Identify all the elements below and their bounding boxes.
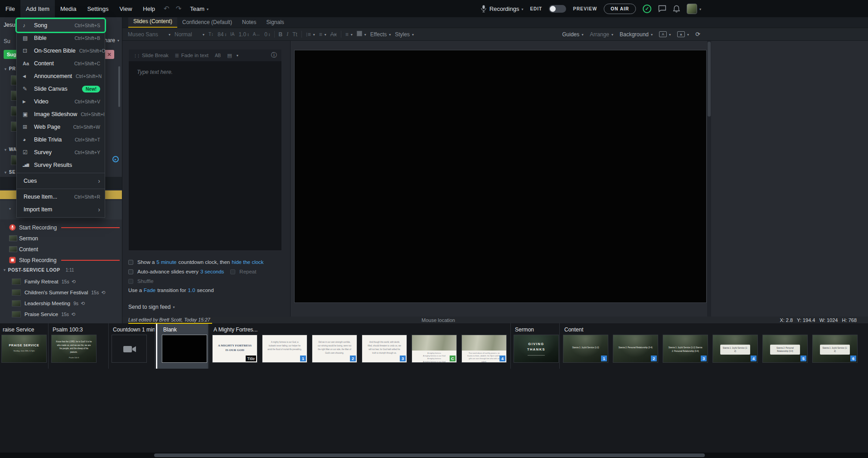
group-label[interactable]: Content [562, 323, 859, 334]
play-circle-icon[interactable] [112, 156, 119, 162]
slide-thumbnail[interactable]: Stanza 1: Joyful Service (1-2) Stanza 2:… [663, 335, 708, 363]
edit-preview-toggle[interactable] [549, 5, 566, 13]
insert-bible-button[interactable] [227, 53, 238, 58]
menu-item-content[interactable]: Aa Content Ctrl+Shift+C [17, 57, 105, 70]
menu-media[interactable]: Media [55, 0, 82, 17]
hide-clock-link[interactable]: hide the clock [232, 259, 263, 265]
arrange-button[interactable]: Arrange [590, 31, 613, 38]
group-label[interactable]: Psalm 100:3 [50, 323, 98, 334]
bold-button[interactable]: B [279, 31, 283, 38]
section-header[interactable]: PR [5, 66, 16, 71]
tab-signals[interactable]: Signals [261, 17, 289, 28]
insert-textbox-button[interactable]: A [659, 31, 671, 38]
slide-thumbnail[interactable]: Stanza 1: Joyful Service (1-2) 4 [713, 335, 758, 363]
sidebar-item-content[interactable]: Content [0, 244, 122, 254]
paragraph-style-select[interactable]: Normal [175, 31, 204, 38]
menu-item-survey[interactable]: ☑ Survey Ctrl+Shift+Y [17, 146, 105, 159]
start-recording-item[interactable]: Start Recording [0, 222, 122, 233]
loop-item[interactable]: Family Retreat 15s [0, 277, 122, 287]
numbered-list-button[interactable]: ≡ [319, 31, 326, 38]
guides-button[interactable]: Guides [562, 31, 583, 38]
menu-item-video[interactable]: ▶ Video Ctrl+Shift+V [17, 95, 105, 108]
repeat-checkbox[interactable] [230, 269, 235, 274]
menu-item-web-page[interactable]: ⊞ Web Page Ctrl+Shift+W [17, 121, 105, 133]
menu-item-announcement[interactable]: ◀ Announcement Ctrl+Shift+N [17, 70, 105, 83]
preview-stage[interactable] [294, 50, 707, 303]
close-icon[interactable]: ✕ [104, 50, 114, 59]
slide-thumbnail[interactable]: Stanza 2: Personal Relationship (3-4) 2 [613, 335, 658, 363]
font-size-stepper[interactable]: 84 [218, 31, 226, 38]
slide-thumbnail-selected[interactable] [162, 335, 207, 363]
undo-icon[interactable] [160, 5, 173, 13]
slide-thumbnail[interactable]: And though this world, with devils fille… [362, 335, 407, 363]
slide-thumbnail[interactable]: A mighty fortress is our God, a bulwark … [262, 335, 307, 363]
font-family-select[interactable]: Museo Sans [128, 31, 170, 38]
stop-recording-item[interactable]: Stop Recording [0, 255, 122, 265]
loop-item[interactable]: Children's Summer Festival 15s [0, 287, 122, 297]
menu-view[interactable]: View [114, 0, 137, 17]
team-button[interactable]: Team [184, 0, 214, 17]
stepper-arrows-icon[interactable] [225, 33, 226, 36]
styles-button[interactable]: Styles [395, 31, 414, 38]
bullet-list-button[interactable]: ⁝≡ [306, 31, 315, 38]
menu-item-cues[interactable]: Cues [17, 175, 105, 187]
group-label[interactable]: Sermon [512, 323, 560, 334]
menu-item-bible[interactable]: ▤ Bible Ctrl+Shift+B [17, 32, 105, 44]
stepper-arrows-icon[interactable] [269, 33, 270, 36]
recordings-button[interactable]: Recordings [481, 0, 524, 17]
group-label[interactable]: A Mighty Fortres... [211, 323, 508, 334]
post-service-loop-header[interactable]: POST-SERVICE LOOP 1:11 [4, 268, 74, 273]
stepper-arrows-icon[interactable] [247, 33, 249, 36]
letter-spacing-stepper[interactable]: 0 [264, 31, 270, 38]
menu-add-item[interactable]: Add Item [20, 0, 55, 17]
scrollbar-thumb[interactable] [154, 453, 705, 457]
slide-text-input[interactable]: Type text here. [129, 61, 281, 83]
menu-item-on-screen-bible[interactable]: ⊡ On-Screen Bible Ctrl+Shift+O [17, 44, 105, 57]
slide-thumbnail[interactable]: Know that the LORD, he is God! It is he … [51, 335, 97, 363]
notifications-bell-icon[interactable] [673, 5, 680, 13]
advance-interval-link[interactable]: 3 seconds [200, 269, 224, 274]
menu-item-import-item[interactable]: Import Item [17, 203, 105, 216]
refresh-icon[interactable] [695, 31, 700, 38]
loop-item[interactable]: Praise Service 15s [0, 309, 122, 319]
on-air-button[interactable]: ON AIR [604, 4, 636, 14]
group-label[interactable]: raise Service [0, 323, 48, 334]
italic-button[interactable]: I [286, 31, 288, 38]
status-check-icon[interactable] [643, 5, 651, 13]
slide-break-button[interactable]: Slide Break [133, 53, 169, 58]
sidebar-scrollbar[interactable] [118, 66, 120, 107]
slide-thumbnail[interactable]: Stanza 1: Joyful Service (1-2) 1 [563, 335, 608, 363]
transition-type-link[interactable]: Fade [144, 287, 155, 293]
filmstrip-horizontal-scrollbar[interactable] [0, 453, 868, 458]
text-color-button[interactable] [357, 31, 366, 38]
tab-slides-content[interactable]: Slides (Content) [128, 16, 177, 28]
background-button[interactable]: Background [620, 31, 653, 38]
section-header[interactable]: WA [5, 147, 17, 152]
text-scale-button[interactable]: AB [215, 53, 221, 58]
clear-formatting-button[interactable]: Ax [330, 31, 337, 38]
auto-advance-checkbox[interactable] [128, 269, 133, 274]
shuffle-checkbox[interactable] [128, 279, 133, 284]
menu-item-bible-trivia[interactable]: ◕ Bible Trivia Ctrl+Shift+T [17, 133, 105, 146]
redo-icon[interactable] [173, 5, 185, 13]
menu-file[interactable]: File [0, 0, 20, 17]
menu-item-reuse-item[interactable]: Reuse Item... Ctrl+Shift+R [17, 190, 105, 203]
text-case-button[interactable]: Tt [292, 31, 297, 38]
menu-settings[interactable]: Settings [82, 0, 114, 17]
group-label[interactable]: Blank [160, 323, 209, 334]
slide-thumbnail[interactable]: PRAISE SERVICE Sunday, June 26th, 6-7pm [1, 335, 47, 363]
menu-item-image-slideshow[interactable]: ▣ Image Slideshow Ctrl+Shift+I [17, 108, 105, 121]
menu-help[interactable]: Help [137, 0, 160, 17]
sidebar-item-sermon[interactable]: Sermon [0, 233, 122, 244]
tab-notes[interactable]: Notes [237, 17, 261, 28]
chat-icon[interactable] [658, 5, 666, 12]
effects-button[interactable]: Effects [370, 31, 391, 38]
slide-thumbnail[interactable]: Stanza 1: Joyful Service (1-2) 6 [812, 335, 858, 363]
info-icon[interactable] [271, 51, 277, 59]
alignment-button[interactable]: ≡ [345, 31, 353, 38]
menu-item-survey-results[interactable]: ▂▅▇ Survey Results [17, 159, 105, 171]
transition-duration-link[interactable]: 1.0 [188, 287, 195, 293]
insert-image-button[interactable]: ▲ [677, 31, 689, 38]
fade-in-text-button[interactable]: Fade in text [175, 53, 209, 58]
slide-thumbnail[interactable]: A MIGHTY FORTRESS IS OUR GOD Title [212, 335, 257, 363]
